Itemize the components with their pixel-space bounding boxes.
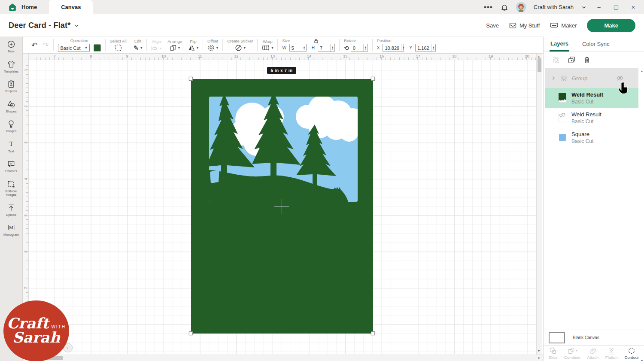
ruler-left-label: 1 (24, 67, 28, 73)
warp-label: Warp (263, 39, 272, 44)
tab-layers[interactable]: Layers (550, 36, 569, 52)
redo-button[interactable]: ↷ (43, 41, 49, 50)
layer-list: Group Weld Result Basic Cut Weld Result … (545, 68, 638, 147)
operation-dropdown[interactable]: Basic Cut ▾ (58, 44, 90, 52)
project-title-chevron-icon[interactable] (74, 23, 79, 28)
user-name[interactable]: Craft with Sarah (534, 4, 574, 10)
layers-scrollbar[interactable]: ▴ ▾ (639, 69, 644, 361)
more-menu-icon[interactable]: ••• (484, 3, 493, 12)
width-input[interactable]: 5 ▲▼ (289, 44, 307, 52)
slice-icon (549, 347, 557, 355)
layer-name: Weld Result (571, 111, 601, 118)
layer-thumbnail-green-trees (559, 93, 566, 103)
offset-icon (207, 44, 215, 52)
horizontal-scrollbar[interactable] (23, 355, 543, 361)
sidebar-item-templates[interactable]: Templates (0, 57, 22, 77)
sidebar-item-new[interactable]: New (0, 36, 22, 57)
sidebar-item-monogram[interactable]: M Monogram (0, 220, 22, 240)
lock-aspect-icon[interactable] (314, 39, 319, 43)
speech-bubble-icon (7, 160, 15, 168)
selection-handle-bottom-left[interactable] (189, 331, 193, 335)
select-all-label: Select All (110, 39, 127, 43)
machine-selector[interactable]: Maker (550, 22, 577, 29)
craft-with-sarah-watermark: Craft WITH Sarah (3, 300, 69, 361)
contour-button[interactable]: Contour (624, 347, 639, 360)
arrange-menu[interactable]: Arrange ▾ (167, 39, 182, 51)
layer-row-weld-result-2[interactable]: Weld Result Basic Cut (545, 108, 638, 127)
ruler-left-label: 6 (24, 249, 28, 255)
scroll-down-arrow[interactable]: ▾ (538, 349, 540, 353)
save-button[interactable]: Save (486, 22, 499, 29)
rotate-icon[interactable]: ⟲ (344, 45, 349, 52)
size-tooltip-text: 5 in x 7 in (270, 68, 292, 73)
delete-button[interactable] (583, 56, 591, 64)
shapes-icon (7, 100, 15, 109)
scroll-up-arrow[interactable]: ▴ (538, 55, 540, 58)
selection-handle-bottom-right[interactable] (371, 331, 375, 335)
height-input[interactable]: 7 ▲▼ (318, 44, 335, 52)
tab-canvas[interactable]: Canvas (49, 0, 93, 14)
width-steppers[interactable]: ▲▼ (302, 44, 306, 52)
create-sticker-label: Create Sticker (227, 39, 253, 43)
position-x-input[interactable]: 10.829 ▲▼ (383, 44, 404, 52)
home-tab-label[interactable]: Home (21, 4, 37, 10)
sidebar-label: Phrases (5, 170, 17, 173)
sidebar-item-upload[interactable]: Upload (0, 200, 22, 220)
position-y-steppers[interactable]: ▲▼ (431, 44, 435, 52)
flip-label: Flip (190, 39, 196, 44)
height-steppers[interactable]: ▲▼ (330, 44, 334, 52)
machine-label: Maker (561, 22, 577, 29)
selection-handle-top-left[interactable] (189, 77, 193, 81)
user-menu-chevron-down-icon[interactable] (581, 5, 586, 10)
sidebar-label: New (8, 50, 14, 54)
bell-icon[interactable] (501, 3, 508, 11)
menubar: Deer Card - Flat* Save My Stuff Maker Ma… (0, 14, 644, 36)
color-swatch[interactable] (94, 44, 101, 52)
ruler-top-label: 12 (234, 54, 238, 58)
blank-canvas-row[interactable]: Blank Canvas (544, 330, 644, 345)
tab-color-sync[interactable]: Color Sync (581, 36, 611, 52)
rotate-input[interactable]: 0 ▲▼ (351, 44, 368, 52)
warp-menu[interactable]: Warp ▾ (262, 39, 273, 51)
position-x-steppers[interactable]: ▲▼ (401, 44, 405, 52)
undo-button[interactable]: ↶ (31, 41, 37, 50)
rotate-group: Rotate ⟲ 0 ▲▼ (344, 38, 368, 52)
rotate-steppers[interactable]: ▲▼ (363, 44, 368, 52)
create-sticker-menu[interactable]: Create Sticker ▾ (227, 39, 253, 52)
cricut-home-icon[interactable] (8, 3, 17, 12)
group-expand-chevron-icon[interactable] (551, 76, 556, 81)
sidebar-item-text[interactable]: T Text (0, 137, 22, 157)
layers-scroll-up-arrow[interactable]: ▴ (641, 69, 643, 73)
combine-icon (567, 347, 575, 355)
slice-button: Slice (549, 347, 558, 360)
ruler-left-label: 7 (24, 285, 28, 291)
attach-label: Attach (587, 355, 598, 360)
duplicate-button[interactable] (568, 56, 576, 64)
sidebar-item-phrases[interactable]: Phrases (0, 156, 22, 176)
sidebar-item-images[interactable]: Images (0, 116, 22, 137)
flip-menu[interactable]: Flip ▾ (188, 39, 198, 51)
select-all-group[interactable]: Select All (110, 39, 127, 52)
vertical-scrollbar[interactable] (536, 54, 542, 355)
scroll-right-arrow[interactable]: ▸ (538, 356, 540, 360)
visibility-off-icon[interactable] (616, 74, 624, 82)
window-maximize-button[interactable]: ▢ (611, 4, 621, 10)
position-y-input[interactable]: 1.162 ▲▼ (415, 44, 436, 52)
offset-menu[interactable]: Offset ▾ (207, 39, 218, 52)
sidebar-label: Editable Images (0, 190, 22, 197)
window-close-button[interactable]: × (629, 3, 638, 11)
user-avatar[interactable] (516, 2, 526, 12)
make-button[interactable]: Make (587, 19, 635, 32)
window-minimize-button[interactable]: – (594, 4, 604, 10)
my-stuff-button[interactable]: My Stuff (509, 22, 540, 29)
group-button (552, 56, 560, 64)
selection-handle-top-right[interactable] (371, 77, 375, 81)
sidebar-item-projects[interactable]: Projects (0, 76, 22, 97)
layer-row-square[interactable]: Square Basic Cut (545, 127, 638, 147)
sidebar-item-shapes[interactable]: Shapes (0, 97, 22, 117)
slice-label: Slice (549, 355, 558, 360)
edit-menu[interactable]: Edit ✎▾ (134, 39, 143, 52)
layers-scroll-down-arrow[interactable]: ▾ (641, 359, 643, 361)
sidebar-item-editable-images[interactable]: Editable Images (0, 176, 22, 200)
vertical-scrollbar-thumb[interactable] (538, 58, 541, 72)
